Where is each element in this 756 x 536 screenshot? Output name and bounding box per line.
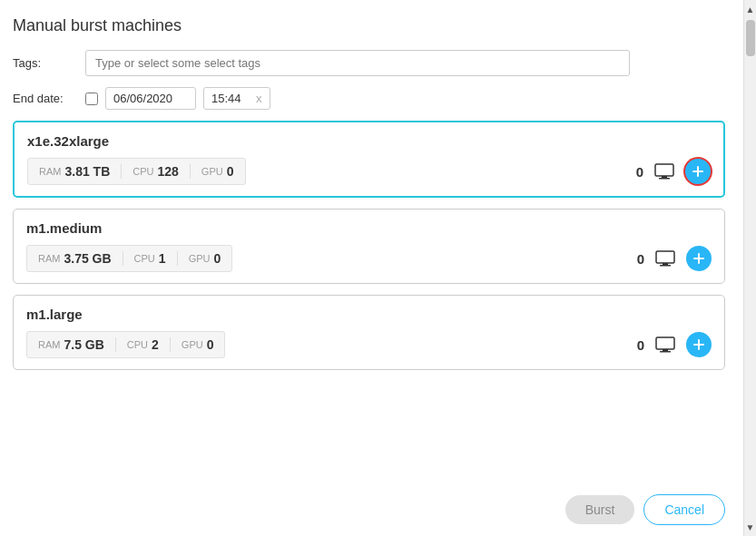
- cpu-label: CPU: [134, 253, 155, 264]
- svg-rect-1: [662, 176, 667, 178]
- machine-specs-row: RAM 3.75 GB CPU 1 GPU 0 0: [26, 245, 712, 272]
- footer: Burst Cancel: [565, 483, 725, 536]
- tags-label: Tags:: [13, 56, 85, 70]
- svg-rect-7: [660, 265, 671, 267]
- svg-rect-2: [659, 178, 670, 180]
- machine-specs-row: RAM 7.5 GB CPU 2 GPU 0 0: [26, 331, 712, 358]
- monitor-icon: [652, 245, 679, 272]
- machine-name: m1.medium: [26, 220, 712, 236]
- tags-row: Tags:: [13, 50, 725, 76]
- cpu-label: CPU: [127, 339, 148, 350]
- svg-rect-0: [655, 164, 673, 176]
- cancel-button[interactable]: Cancel: [643, 494, 725, 525]
- time-clear[interactable]: x: [256, 92, 262, 105]
- time-input[interactable]: [211, 92, 252, 105]
- scrollbar-up-arrow[interactable]: ▲: [744, 0, 756, 18]
- end-date-checkbox[interactable]: [85, 93, 98, 105]
- machine-controls: 0: [636, 158, 711, 185]
- machine-specs-row: RAM 3.81 TB CPU 128 GPU 0 0: [27, 158, 711, 185]
- machine-controls: 0: [637, 245, 712, 272]
- end-date-row: End date: x: [13, 87, 725, 110]
- ram-value: 3.75 GB: [64, 251, 111, 266]
- machine-specs: RAM 3.75 GB CPU 1 GPU 0: [26, 245, 232, 272]
- monitor-icon: [652, 331, 679, 358]
- svg-rect-5: [656, 251, 674, 263]
- ram-value: 7.5 GB: [64, 337, 103, 352]
- date-input[interactable]: [105, 87, 196, 110]
- svg-rect-4: [692, 171, 703, 172]
- machine-controls: 0: [637, 331, 712, 358]
- machine-list: x1e.32xlarge RAM 3.81 TB CPU 128 GPU 0 0: [13, 121, 725, 370]
- svg-rect-12: [660, 351, 671, 353]
- spec-sep-2: [177, 251, 178, 266]
- machine-specs: RAM 3.81 TB CPU 128 GPU 0: [27, 158, 246, 185]
- svg-rect-6: [663, 263, 668, 265]
- monitor-icon: [651, 158, 678, 185]
- main-content: Manual burst machines Tags: End date: x …: [0, 0, 743, 536]
- gpu-value: 0: [227, 164, 234, 179]
- spec-sep-1: [121, 164, 122, 179]
- machine-card-x1e.32xlarge: x1e.32xlarge RAM 3.81 TB CPU 128 GPU 0 0: [13, 121, 725, 198]
- add-machine-button[interactable]: [686, 246, 712, 271]
- cpu-label: CPU: [133, 166, 153, 177]
- ram-label: RAM: [39, 166, 61, 177]
- machine-count: 0: [637, 251, 644, 267]
- svg-rect-11: [663, 349, 668, 351]
- ram-label: RAM: [38, 339, 60, 350]
- cpu-value: 2: [152, 337, 159, 352]
- cpu-value: 128: [158, 164, 179, 179]
- end-date-label: End date:: [13, 92, 85, 105]
- add-machine-button[interactable]: [686, 332, 712, 357]
- machine-count: 0: [637, 337, 644, 353]
- tags-input[interactable]: [85, 50, 630, 76]
- machine-name: x1e.32xlarge: [27, 133, 711, 149]
- svg-rect-14: [693, 344, 704, 346]
- machine-card-m1.medium: m1.medium RAM 3.75 GB CPU 1 GPU 0 0: [13, 209, 725, 284]
- spec-sep-2: [190, 164, 191, 179]
- gpu-label: GPU: [189, 253, 211, 264]
- machine-card-m1.large: m1.large RAM 7.5 GB CPU 2 GPU 0 0: [13, 295, 725, 370]
- spec-sep-1: [115, 337, 116, 352]
- scrollbar: ▲ ▼: [743, 0, 756, 536]
- cpu-value: 1: [159, 251, 166, 266]
- gpu-value: 0: [213, 251, 221, 266]
- add-machine-button[interactable]: [685, 159, 711, 184]
- ram-value: 3.81 TB: [64, 164, 110, 179]
- machine-name: m1.large: [26, 307, 712, 322]
- spec-sep-1: [123, 251, 123, 266]
- date-controls: x: [85, 87, 270, 110]
- machine-count: 0: [636, 164, 643, 180]
- gpu-label: GPU: [182, 339, 203, 350]
- svg-rect-9: [693, 258, 704, 259]
- svg-rect-10: [656, 337, 674, 349]
- machine-specs: RAM 7.5 GB CPU 2 GPU 0: [26, 331, 225, 358]
- gpu-value: 0: [207, 337, 214, 352]
- scrollbar-down-arrow[interactable]: ▼: [744, 518, 756, 536]
- spec-sep-2: [170, 337, 171, 352]
- ram-label: RAM: [38, 253, 60, 264]
- gpu-label: GPU: [201, 166, 223, 177]
- page-title: Manual burst machines: [13, 16, 725, 35]
- scrollbar-track: [744, 18, 756, 518]
- time-input-wrapper: x: [203, 87, 270, 110]
- burst-button[interactable]: Burst: [565, 495, 635, 524]
- scrollbar-thumb[interactable]: [746, 20, 755, 56]
